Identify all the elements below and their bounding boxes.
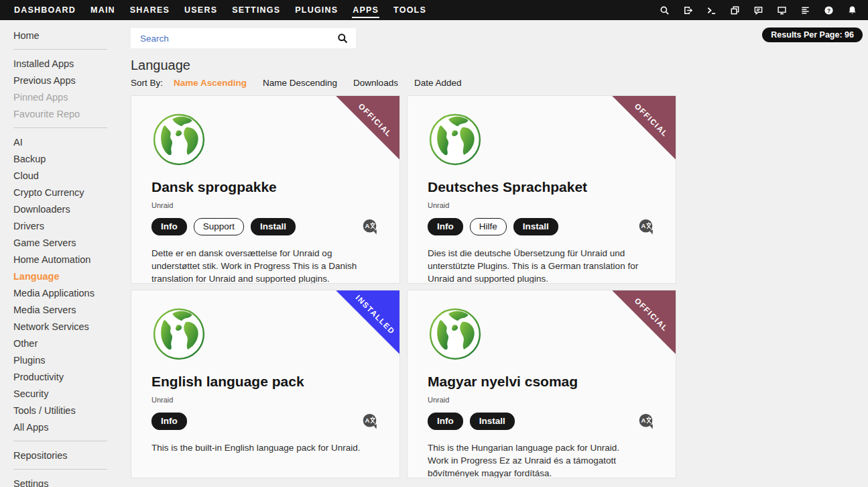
nav-item-dashboard[interactable]: DASHBOARD [7,0,83,20]
sidebar-item-backup[interactable]: Backup [13,150,129,167]
sidebar-divider [13,441,107,441]
monitor-icon[interactable] [776,5,787,15]
installed-ribbon: INSTALLED [336,290,400,354]
main-content: Results Per Page: 96 Language Sort By: N… [131,20,868,487]
sidebar-item-plugins[interactable]: Plugins [13,351,129,368]
page-title: Language [131,58,190,73]
search-input[interactable] [139,33,337,44]
app-title: Magyar nyelvi csomag [428,374,656,390]
svg-text:A: A [365,222,370,229]
support-button[interactable]: Hilfe [470,218,507,235]
sidebar-item-cloud[interactable]: Cloud [13,167,129,184]
nav-item-settings[interactable]: SETTINGS [225,0,288,20]
nav-icon-bar: ? [659,5,857,15]
app-card-english-language-pack[interactable]: English language pack Unraid Info A This… [131,290,400,478]
sidebar-item-crypto-currency[interactable]: Crypto Currency [13,184,129,201]
app-description: Dette er en dansk oversættelse for Unrai… [151,247,379,284]
sidebar-item-ai[interactable]: AI [13,133,129,150]
results-per-page-badge[interactable]: Results Per Page: 96 [762,28,863,42]
nav-item-plugins[interactable]: PLUGINS [288,0,345,20]
sort-option-name-descending[interactable]: Name Descending [263,78,337,88]
copy-icon[interactable] [729,5,740,15]
sidebar-item-repositories[interactable]: Repositories [13,447,129,464]
sidebar-item-settings[interactable]: Settings [13,475,129,487]
sidebar-item-all-apps[interactable]: All Apps [13,419,129,435]
sidebar-item-pinned-apps: Pinned Apps [13,89,129,105]
globe-icon [428,307,483,362]
nav-item-users[interactable]: USERS [177,0,225,20]
svg-text:?: ? [826,7,830,13]
svg-text:A: A [365,417,370,424]
translate-icon[interactable]: A [637,219,656,235]
app-title: English language pack [151,374,379,390]
translate-icon[interactable]: A [361,219,379,235]
card-button-row: Info Install A [428,413,656,430]
svg-text:A: A [641,222,646,229]
install-button[interactable]: Install [470,413,515,430]
card-button-row: Info Support Install A [151,218,379,235]
terminal-icon[interactable] [706,5,717,15]
install-button[interactable]: Install [251,218,296,235]
translate-icon[interactable]: A [637,413,656,429]
official-ribbon: OFFICIAL [612,290,676,354]
sidebar-item-media-applications[interactable]: Media Applications [13,284,129,301]
sidebar-item-network-services[interactable]: Network Services [13,318,129,335]
sort-option-date-added[interactable]: Date Added [414,78,462,88]
sidebar-divider [13,49,107,50]
app-author: Unraid [428,201,656,209]
sidebar-item-productivity[interactable]: Productivity [13,368,129,385]
sidebar-item-other[interactable]: Other [13,335,129,351]
svg-text:A: A [641,417,646,424]
search-submit-icon[interactable] [337,33,348,44]
sidebar-item-game-servers[interactable]: Game Servers [13,234,129,251]
install-button[interactable]: Install [513,218,558,235]
sidebar-item-drivers[interactable]: Drivers [13,217,129,234]
card-button-row: Info A [151,413,379,430]
support-button[interactable]: Support [194,218,244,235]
notifications-icon[interactable] [847,5,857,15]
app-card-grid: Dansk sprogpakke Unraid Info Support Ins… [131,95,676,478]
official-ribbon: OFFICIAL [612,95,676,160]
sidebar-item-previous-apps[interactable]: Previous Apps [13,72,129,89]
sidebar-divider [13,469,107,470]
app-description: This is the built-in English language pa… [151,441,379,454]
sidebar-item-home[interactable]: Home [13,27,129,44]
sidebar-item-downloaders[interactable]: Downloaders [13,201,129,217]
sidebar-item-security[interactable]: Security [13,385,129,402]
logout-icon[interactable] [682,5,693,15]
sort-bar: Sort By: Name Ascending Name Descending … [131,78,477,88]
nav-item-main[interactable]: MAIN [83,0,123,20]
sidebar-item-home-automation[interactable]: Home Automation [13,251,129,268]
app-card-deutsches-sprachpaket[interactable]: Deutsches Sprachpaket Unraid Info Hilfe … [407,95,676,284]
help-icon[interactable]: ? [823,5,834,15]
nav-menu: DASHBOARD MAIN SHARES USERS SETTINGS PLU… [7,0,434,20]
sort-by-label: Sort By: [131,78,163,88]
log-icon[interactable] [800,5,810,15]
official-ribbon: OFFICIAL [336,95,400,160]
globe-icon [428,112,483,167]
app-title: Dansk sprogpakke [151,179,379,195]
nav-item-apps[interactable]: APPS [345,0,386,20]
nav-item-tools[interactable]: TOOLS [386,0,434,20]
sort-option-downloads[interactable]: Downloads [353,78,398,88]
sidebar-item-language[interactable]: Language [13,268,129,284]
app-card-dansk-sprogpakke[interactable]: Dansk sprogpakke Unraid Info Support Ins… [131,95,400,284]
unraid-apps-page: DASHBOARD MAIN SHARES USERS SETTINGS PLU… [0,0,868,487]
sidebar-item-favourite-repo: Favourite Repo [13,105,129,122]
info-button[interactable]: Info [428,218,463,235]
app-title: Deutsches Sprachpaket [428,179,656,195]
sidebar-item-installed-apps[interactable]: Installed Apps [13,55,129,72]
nav-item-shares[interactable]: SHARES [123,0,177,20]
globe-icon [151,112,206,167]
info-button[interactable]: Info [151,413,187,430]
app-card-magyar-nyelvi-csomag[interactable]: Magyar nyelvi csomag Unraid Info Install… [407,290,676,478]
sort-option-name-ascending[interactable]: Name Ascending [174,78,247,88]
sidebar-item-media-servers[interactable]: Media Servers [13,301,129,318]
info-button[interactable]: Info [428,413,463,430]
feedback-icon[interactable] [753,5,763,15]
info-button[interactable]: Info [151,218,187,235]
translate-icon[interactable]: A [361,413,379,429]
sidebar-item-tools-utilities[interactable]: Tools / Utilities [13,402,129,419]
card-button-row: Info Hilfe Install A [428,218,656,235]
search-icon[interactable] [659,5,670,15]
